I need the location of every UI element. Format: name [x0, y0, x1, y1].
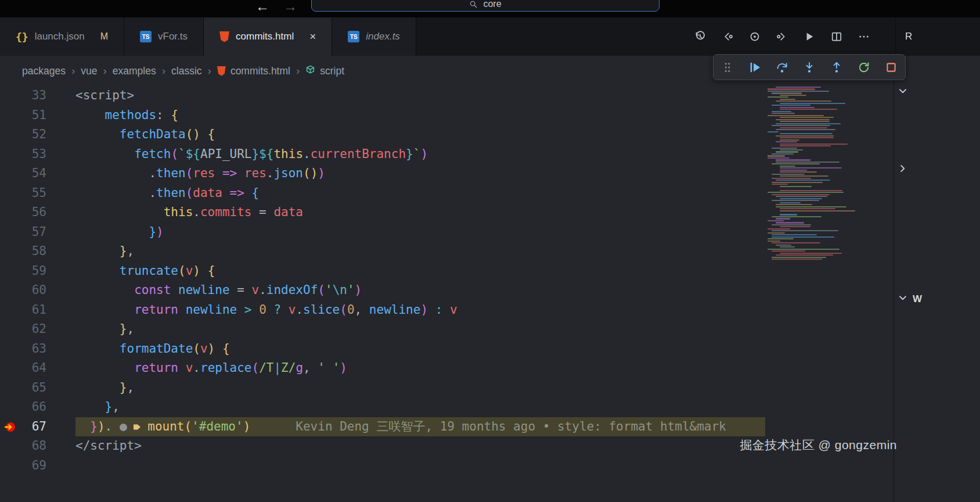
- breadcrumb-item-vue[interactable]: vue: [81, 65, 97, 77]
- line-number[interactable]: 53: [23, 145, 46, 164]
- breakpoint-current-icon[interactable]: [6, 422, 15, 432]
- code-line-content[interactable]: fetch(`${API_URL}${this.currentBranch}`): [75, 145, 765, 164]
- breadcrumb-item-examples[interactable]: examples: [113, 65, 156, 77]
- line-number[interactable]: 56: [23, 203, 46, 223]
- code-line-content[interactable]: formatDate(v) {: [75, 339, 765, 359]
- close-icon[interactable]: ×: [309, 30, 316, 43]
- code-line-60[interactable]: 60 const newline = v.indexOf('\n'): [0, 281, 765, 300]
- code-line-58[interactable]: 58 },: [0, 242, 765, 261]
- line-number[interactable]: 62: [23, 320, 46, 339]
- forward-icon[interactable]: →: [283, 0, 297, 15]
- line-number[interactable]: 52: [23, 125, 46, 145]
- tab-commits.html[interactable]: commits.html×: [204, 17, 332, 56]
- code-line-54[interactable]: 54 .then(res => res.json()): [0, 164, 765, 184]
- inline-breakpoint-dot[interactable]: [120, 424, 127, 431]
- code-line-content[interactable]: }): [75, 223, 765, 242]
- code-line-59[interactable]: 59 truncate(v) {: [0, 261, 765, 281]
- code-line-56[interactable]: 56 this.commits = data: [0, 203, 765, 223]
- code-line-content[interactable]: },: [75, 320, 765, 339]
- code-line-content[interactable]: this.commits = data: [75, 203, 765, 223]
- code-line-63[interactable]: 63 formatDate(v) {: [0, 339, 765, 359]
- line-number[interactable]: 58: [23, 242, 46, 261]
- glyph-margin[interactable]: [0, 436, 23, 456]
- glyph-margin[interactable]: [0, 145, 23, 164]
- continue-icon[interactable]: [748, 61, 761, 74]
- stop-icon[interactable]: [885, 61, 898, 74]
- line-number[interactable]: 60: [23, 281, 46, 300]
- more-actions-icon[interactable]: [858, 31, 870, 42]
- glyph-margin[interactable]: [0, 223, 23, 242]
- line-number[interactable]: 64: [23, 358, 46, 378]
- line-number[interactable]: 63: [23, 339, 46, 359]
- line-number[interactable]: 67: [23, 417, 46, 437]
- minimap[interactable]: [765, 56, 865, 502]
- code-line-33[interactable]: 33<script>: [0, 86, 765, 106]
- code-line-55[interactable]: 55 .then(data => {: [0, 184, 765, 203]
- back-icon[interactable]: ←: [255, 0, 269, 15]
- code-editor[interactable]: 33<script>51 methods: {52 fetchData() {5…: [0, 86, 765, 502]
- code-line-66[interactable]: 66 },: [0, 397, 765, 417]
- line-number[interactable]: 68: [23, 436, 46, 456]
- code-line-53[interactable]: 53 fetch(`${API_URL}${this.currentBranch…: [0, 145, 765, 164]
- split-editor-icon[interactable]: [831, 31, 842, 42]
- glyph-margin[interactable]: [0, 320, 23, 339]
- code-line-content[interactable]: truncate(v) {: [75, 261, 765, 281]
- code-line-61[interactable]: 61 return newline > 0 ? v.slice(0, newli…: [0, 300, 765, 320]
- code-line-65[interactable]: 65 },: [0, 378, 765, 398]
- code-line-68[interactable]: 68</script>: [0, 436, 765, 456]
- code-line-69[interactable]: 69: [0, 456, 765, 476]
- tab-launch.json[interactable]: {}launch.jsonM: [0, 17, 124, 56]
- open-changes-icon[interactable]: [749, 31, 761, 42]
- glyph-margin[interactable]: [0, 184, 23, 203]
- glyph-margin[interactable]: [0, 86, 23, 106]
- code-line-content[interactable]: .then(data => {: [75, 184, 765, 203]
- code-line-content[interactable]: [75, 456, 765, 476]
- breadcrumb-item-commits.html[interactable]: commits.html: [217, 65, 290, 77]
- command-center[interactable]: core: [311, 0, 660, 12]
- glyph-margin[interactable]: [0, 378, 23, 398]
- code-line-content[interactable]: },: [75, 378, 765, 398]
- code-line-67[interactable]: 67 }).mount('#demo')Kevin Deng 三咲智子, 19 …: [0, 417, 765, 437]
- line-number[interactable]: 51: [23, 106, 46, 126]
- run-or-debug-icon[interactable]: [804, 31, 815, 42]
- glyph-margin[interactable]: [0, 242, 23, 261]
- line-number[interactable]: 61: [23, 300, 46, 320]
- glyph-margin[interactable]: [0, 397, 23, 417]
- glyph-margin[interactable]: [0, 261, 23, 281]
- breadcrumb-item-packages[interactable]: packages: [22, 65, 66, 77]
- step-out-icon[interactable]: [830, 61, 843, 74]
- glyph-margin[interactable]: [0, 106, 23, 126]
- line-number[interactable]: 59: [23, 261, 46, 281]
- line-number[interactable]: 69: [23, 456, 46, 476]
- step-into-icon[interactable]: [803, 61, 816, 74]
- drag-grip[interactable]: [721, 61, 734, 74]
- restart-icon[interactable]: [858, 61, 870, 74]
- code-line-content[interactable]: },: [75, 397, 765, 417]
- code-line-content[interactable]: <script>: [75, 86, 765, 106]
- glyph-margin[interactable]: [0, 281, 23, 300]
- code-line-content[interactable]: }).mount('#demo')Kevin Deng 三咲智子, 19 mon…: [75, 417, 765, 437]
- glyph-margin[interactable]: [0, 456, 23, 476]
- glyph-margin[interactable]: [0, 300, 23, 320]
- code-line-64[interactable]: 64 return v.replace(/T|Z/g, ' '): [0, 358, 765, 378]
- glyph-margin[interactable]: [0, 125, 23, 145]
- panel-section-1[interactable]: [898, 163, 908, 176]
- code-line-62[interactable]: 62 },: [0, 320, 765, 339]
- line-number[interactable]: 57: [23, 223, 46, 242]
- line-number[interactable]: 65: [23, 378, 46, 398]
- code-line-51[interactable]: 51 methods: {: [0, 106, 765, 126]
- code-line-content[interactable]: const newline = v.indexOf('\n'): [75, 281, 765, 300]
- code-line-content[interactable]: return v.replace(/T|Z/g, ' '): [75, 358, 765, 378]
- code-line-content[interactable]: methods: {: [75, 106, 765, 126]
- code-line-52[interactable]: 52 fetchData() {: [0, 125, 765, 145]
- code-line-content[interactable]: return newline > 0 ? v.slice(0, newline)…: [75, 300, 765, 320]
- breadcrumb-item-script[interactable]: script: [305, 64, 344, 77]
- line-number[interactable]: 54: [23, 164, 46, 184]
- code-line-content[interactable]: },: [75, 242, 765, 261]
- glyph-margin[interactable]: [0, 358, 23, 378]
- next-change-icon[interactable]: [776, 31, 788, 42]
- code-line-content[interactable]: .then(res => res.json()): [75, 164, 765, 184]
- code-line-57[interactable]: 57 }): [0, 223, 765, 242]
- glyph-margin[interactable]: [0, 164, 23, 184]
- history-icon[interactable]: [694, 31, 706, 42]
